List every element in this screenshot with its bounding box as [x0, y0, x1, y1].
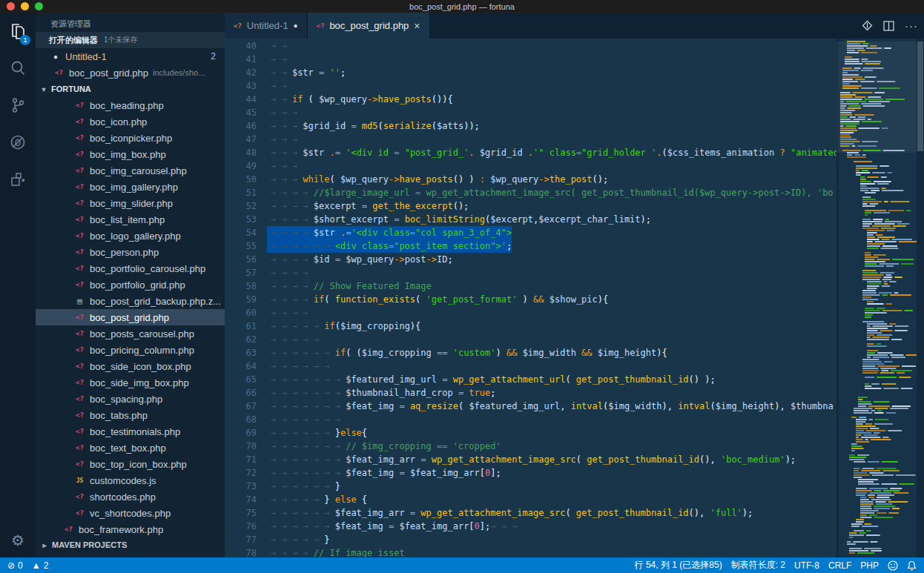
- scrollbar-thumb[interactable]: [917, 42, 923, 151]
- line-number[interactable]: 74: [225, 493, 267, 506]
- activity-debug[interactable]: [0, 124, 36, 161]
- line-number[interactable]: 49: [225, 159, 267, 173]
- line-number[interactable]: 45: [225, 106, 267, 119]
- line-number[interactable]: 72: [225, 466, 267, 480]
- file-item-boc-framework-php[interactable]: <?boc_framework.php: [36, 521, 225, 537]
- code-line-78[interactable]: 78→ → → → // If image isset: [225, 546, 836, 557]
- file-item-boc-iconpicker-php[interactable]: <?boc_iconpicker.php: [36, 130, 225, 146]
- code-line-62[interactable]: 62→ → → → →: [225, 333, 836, 346]
- activity-source-control[interactable]: [0, 87, 36, 124]
- tab-untitled-1[interactable]: <? Untitled-1 ●: [225, 13, 308, 39]
- line-number[interactable]: 62: [225, 333, 267, 346]
- code-line-69[interactable]: 69→ → → → → → }else{: [225, 426, 836, 440]
- line-number[interactable]: 69: [225, 426, 267, 440]
- line-number[interactable]: 60: [225, 306, 267, 319]
- code-line-67[interactable]: 67→ → → → → → → $feat_img = aq_resize( $…: [225, 400, 836, 413]
- line-number[interactable]: 77: [225, 533, 267, 546]
- code-line-40[interactable]: 40→ →: [225, 39, 836, 53]
- code-line-74[interactable]: 74→ → → → → } else {: [225, 493, 836, 506]
- code-line-50[interactable]: 50→ → → while( $wp_query->have_posts() )…: [225, 173, 836, 186]
- file-item-boc-logo-gallery-php[interactable]: <?boc_logo_gallery.php: [36, 228, 225, 244]
- file-item-boc-img-slider-php[interactable]: <?boc_img_slider.php: [36, 195, 225, 211]
- line-number[interactable]: 73: [225, 480, 267, 493]
- status-encoding[interactable]: UTF-8: [794, 560, 819, 571]
- tab-boc-post-grid[interactable]: <? boc_post_grid.php ×: [308, 13, 430, 39]
- code-line-42[interactable]: 42→ → $str = '';: [225, 66, 836, 79]
- line-number[interactable]: 71: [225, 453, 267, 466]
- line-number[interactable]: 57: [225, 266, 267, 279]
- file-item-boc-list-item-php[interactable]: <?boc_list_item.php: [36, 211, 225, 228]
- code-line-48[interactable]: 48→ → → $str .= '<div id = "post_grid_'.…: [225, 146, 836, 159]
- file-item-boc-side-icon-box-php[interactable]: <?boc_side_icon_box.php: [36, 358, 225, 374]
- file-item-boc-post-grid-backup-php-z-[interactable]: ▤boc_post_grid_backup.php.z...: [36, 293, 225, 309]
- line-number[interactable]: 61: [225, 319, 267, 333]
- file-item-boc-heading-php[interactable]: <?boc_heading.php: [36, 97, 225, 113]
- code-line-45[interactable]: 45→ → →: [225, 106, 836, 119]
- line-number[interactable]: 41: [225, 53, 267, 66]
- code-line-57[interactable]: 57→ → → →: [225, 266, 836, 279]
- file-item-boc-portfolio-carousel-php[interactable]: <?boc_portfolio_carousel.php: [36, 260, 225, 276]
- file-item-shortcodes-php[interactable]: <?shortcodes.php: [36, 488, 225, 505]
- status-indentation[interactable]: 制表符长度: 2: [731, 559, 785, 572]
- maven-projects-header[interactable]: ▸ MAVEN PROJECTS: [36, 537, 225, 552]
- vertical-scrollbar[interactable]: [917, 39, 924, 557]
- file-item-boc-spacing-php[interactable]: <?boc_spacing.php: [36, 391, 225, 407]
- file-item-boc-side-img-box-php[interactable]: <?boc_side_img_box.php: [36, 374, 225, 391]
- line-number[interactable]: 78: [225, 546, 267, 557]
- file-item-boc-testimonials-php[interactable]: <?boc_testimonials.php: [36, 423, 225, 440]
- status-cursor-position[interactable]: 行 54, 列 1 (已选择85): [635, 559, 722, 572]
- line-number[interactable]: 46: [225, 119, 267, 133]
- code-editor[interactable]: 40→ → 41→ → 42→ → $str = '';43→ → 44→ → …: [225, 39, 836, 557]
- code-line-73[interactable]: 73→ → → → → → }: [225, 480, 836, 493]
- line-number[interactable]: 70: [225, 440, 267, 453]
- line-number[interactable]: 55: [225, 239, 267, 253]
- line-number[interactable]: 68: [225, 413, 267, 426]
- file-item-boc-icon-php[interactable]: <?boc_icon.php: [36, 113, 225, 130]
- line-number[interactable]: 56: [225, 253, 267, 266]
- more-actions-icon[interactable]: ···: [905, 19, 918, 32]
- file-item-boc-pricing-column-php[interactable]: <?boc_pricing_column.php: [36, 342, 225, 358]
- code-line-55[interactable]: 55→ → → → → → <div class="post_item sect…: [225, 239, 836, 253]
- file-item-vc-shortcodes-php[interactable]: <?vc_shortcodes.php: [36, 505, 225, 521]
- feedback-smiley-icon[interactable]: [888, 560, 898, 571]
- line-number[interactable]: 76: [225, 520, 267, 533]
- line-number[interactable]: 43: [225, 79, 267, 93]
- minimap[interactable]: [836, 39, 917, 557]
- code-line-49[interactable]: 49→ → →: [225, 159, 836, 173]
- close-tab-icon[interactable]: ×: [414, 21, 420, 31]
- minimize-window-button[interactable]: [21, 2, 29, 10]
- code-line-53[interactable]: 53→ → → → $short_excerpt = boc_limitStri…: [225, 213, 836, 226]
- code-line-51[interactable]: 51→ → → → //$large_image_url = wp_get_at…: [225, 186, 836, 199]
- file-item-boc-portfolio-grid-php[interactable]: <?boc_portfolio_grid.php: [36, 276, 225, 293]
- code-line-59[interactable]: 59→ → → → if( function_exists( 'get_post…: [225, 293, 836, 306]
- activity-explorer[interactable]: 1: [0, 13, 36, 50]
- code-line-72[interactable]: 72→ → → → → → → $feat_img = $feat_img_ar…: [225, 466, 836, 480]
- open-changes-icon[interactable]: [862, 20, 873, 31]
- file-item-boc-img-gallery-php[interactable]: <?boc_img_gallery.php: [36, 179, 225, 195]
- open-editor-item-boc-post-grid[interactable]: <? boc_post_grid.php includes/sho...: [36, 64, 225, 81]
- code-line-47[interactable]: 47→ → →: [225, 133, 836, 146]
- line-number[interactable]: 66: [225, 386, 267, 400]
- code-line-41[interactable]: 41→ →: [225, 53, 836, 66]
- code-line-76[interactable]: 76→ → → → → → $feat_img = $feat_img_arr[…: [225, 520, 836, 533]
- line-number[interactable]: 63: [225, 346, 267, 360]
- file-item-boc-top-icon-box-php[interactable]: <?boc_top_icon_box.php: [36, 456, 225, 472]
- code-line-52[interactable]: 52→ → → → $excerpt = get_the_excerpt();: [225, 199, 836, 213]
- code-line-63[interactable]: 63→ → → → → → if( ($img_cropping == 'cus…: [225, 346, 836, 360]
- split-editor-icon[interactable]: [883, 21, 894, 31]
- line-number[interactable]: 50: [225, 173, 267, 186]
- code-line-65[interactable]: 65→ → → → → → → $featured_img_url = wp_g…: [225, 373, 836, 386]
- notifications-bell-icon[interactable]: [907, 560, 917, 571]
- open-editor-item-untitled[interactable]: ● Untitled-1 2: [36, 48, 225, 64]
- line-number[interactable]: 67: [225, 400, 267, 413]
- line-number[interactable]: 53: [225, 213, 267, 226]
- line-number[interactable]: 51: [225, 186, 267, 199]
- code-line-44[interactable]: 44→ → if ( $wp_query->have_posts()){: [225, 93, 836, 106]
- file-item-boc-tabs-php[interactable]: <?boc_tabs.php: [36, 407, 225, 423]
- line-number[interactable]: 59: [225, 293, 267, 306]
- line-number[interactable]: 64: [225, 360, 267, 373]
- code-line-77[interactable]: 77→ → → → → }: [225, 533, 836, 546]
- settings-gear-button[interactable]: ⚙: [0, 523, 36, 557]
- code-line-56[interactable]: 56→ → → → $id = $wp_query->post->ID;: [225, 253, 836, 266]
- code-line-64[interactable]: 64→ → → → → →: [225, 360, 836, 373]
